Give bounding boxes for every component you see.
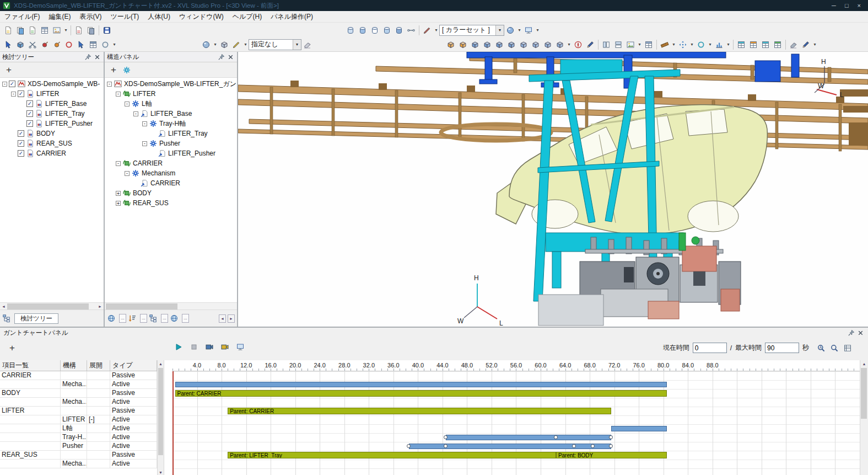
schematic-view-icon[interactable] <box>170 314 179 323</box>
gantt-bar[interactable]: Parent: CARRIER <box>228 408 611 414</box>
tree-item-xds-demosample_wb-lifter_-[interactable]: -XDS-DemoSample_WB-LIFTER_ガン <box>105 79 237 89</box>
view-iso-1-button[interactable] <box>517 39 530 51</box>
select-parts-button[interactable] <box>14 39 26 51</box>
tree-item-lifter[interactable]: -LIFTER <box>105 89 237 99</box>
current-time-line[interactable] <box>172 371 174 475</box>
collapse-icon[interactable]: - <box>11 92 16 97</box>
view-iso-4-button[interactable] <box>554 39 566 51</box>
section-cylinder-4-button[interactable] <box>381 24 393 36</box>
menu-view[interactable]: 表示(V) <box>75 11 106 23</box>
slash-tool-button[interactable] <box>788 39 800 51</box>
colorset-combo[interactable]: [ カラーセット ]▾ <box>439 25 504 36</box>
circle-tool-button[interactable] <box>695 39 707 51</box>
gantt-tool-button[interactable] <box>713 39 725 51</box>
material-sphere-button[interactable] <box>504 24 516 36</box>
move-menu-dropdown[interactable]: ▾ <box>689 39 695 51</box>
menu-edit[interactable]: 編集(E) <box>44 11 75 23</box>
zoom-reset-button[interactable] <box>830 344 839 353</box>
edit-menu-dropdown[interactable]: ▾ <box>812 39 818 51</box>
section-cylinder-5-button[interactable] <box>393 24 405 36</box>
pin-icon[interactable] <box>217 53 225 61</box>
fill-menu-dropdown[interactable]: ▾ <box>242 39 249 51</box>
checkbox[interactable]: ✓ <box>18 140 24 147</box>
view-iso-3-button[interactable] <box>542 39 554 51</box>
scroll-right-icon[interactable]: ► <box>96 303 104 310</box>
checkbox[interactable]: ✓ <box>26 110 33 117</box>
menu-panel[interactable]: パネル操作(P) <box>266 11 317 23</box>
gantt-bar[interactable]: Parent: BODY <box>556 452 667 458</box>
tree-item-carrier[interactable]: CARRIER <box>105 178 237 188</box>
select-arrow-button[interactable] <box>2 39 14 51</box>
add-structure-button[interactable]: + <box>108 65 119 76</box>
checkbox[interactable]: ✓ <box>26 120 33 127</box>
save-button[interactable] <box>101 24 113 36</box>
stop-button[interactable] <box>190 343 198 351</box>
column-header-1[interactable]: 機構 <box>61 360 87 371</box>
scroll-down-icon[interactable]: ▼ <box>158 469 164 475</box>
gantt-marker[interactable] <box>554 435 558 439</box>
shade-menu-dropdown[interactable]: ▾ <box>212 39 218 51</box>
menu-help[interactable]: ヘルプ(H) <box>228 11 267 23</box>
max-time-input[interactable] <box>765 343 799 353</box>
gantt-chart-scrollbar[interactable]: ▲ <box>860 360 868 475</box>
table-orange-button[interactable] <box>747 39 759 51</box>
paint-orange-button[interactable] <box>51 39 63 51</box>
grid-settings-button[interactable] <box>643 39 655 51</box>
sort-order-icon[interactable] <box>128 314 137 323</box>
tree-item-xds-demosample_wb-[interactable]: -✓XDS-DemoSample_WB- <box>0 79 104 89</box>
section-cylinder-1-button[interactable] <box>344 24 357 36</box>
tree-item-body[interactable]: ✓BODY <box>0 129 104 138</box>
view-iso-2-button[interactable] <box>530 39 542 51</box>
collapse-icon[interactable]: - <box>133 111 138 116</box>
menu-tools[interactable]: ツール(T) <box>106 11 143 23</box>
gantt-marker[interactable] <box>609 435 613 439</box>
schematic-view-more-button[interactable]: ... <box>182 314 189 323</box>
tree-layout-icon[interactable] <box>149 314 158 323</box>
view-menu-dropdown[interactable]: ▾ <box>566 39 572 51</box>
checkbox[interactable]: ✓ <box>26 100 33 107</box>
collapse-icon[interactable]: - <box>116 161 121 166</box>
snapshot-menu-dropdown[interactable]: ▾ <box>63 24 69 36</box>
scroll-thumb[interactable] <box>106 303 177 309</box>
tree-item-body[interactable]: +BODY <box>105 188 237 198</box>
rect-select-button[interactable] <box>87 39 99 51</box>
gantt-bar[interactable] <box>611 426 667 431</box>
row-options-button[interactable] <box>843 344 852 353</box>
paint-menu-dropdown[interactable]: ▾ <box>433 24 439 36</box>
fill-bucket-button[interactable] <box>230 39 242 51</box>
tree-item-carrier[interactable]: ✓CARRIER <box>0 148 104 158</box>
expand-icon[interactable]: + <box>116 191 121 196</box>
checkbox[interactable]: ✓ <box>9 81 15 87</box>
tree-item-carrier[interactable]: -CARRIER <box>105 158 237 168</box>
display-monitor-button[interactable] <box>522 24 535 36</box>
view-bottom-button[interactable] <box>505 39 517 51</box>
tree-item-tray-h-[interactable]: -Tray-H軸 <box>105 119 237 129</box>
maximize-button[interactable]: □ <box>845 2 849 9</box>
collapse-icon[interactable]: - <box>116 92 121 97</box>
tree-item-lifter_base[interactable]: -LIFTER_Base <box>105 109 237 119</box>
table-green-button[interactable] <box>772 39 784 51</box>
close-button[interactable]: × <box>858 2 861 9</box>
tree-item-lifter_pusher[interactable]: LIFTER_Pusher <box>105 148 237 158</box>
menu-file[interactable]: ファイル(F) <box>0 11 44 23</box>
pin-icon[interactable] <box>84 53 92 61</box>
tree-item-lifter_tray[interactable]: ✓LIFTER_Tray <box>0 109 104 119</box>
tree-item-rear_sus[interactable]: +REAR_SUS <box>105 198 237 208</box>
scroll-thumb[interactable] <box>7 303 89 309</box>
structure-settings-gear-icon[interactable] <box>122 66 131 74</box>
gantt-bar[interactable]: Parent: CARRIER <box>175 390 667 397</box>
gantt-chart[interactable]: 4.08.012.016.020.024.028.032.036.040.044… <box>172 360 860 475</box>
gantt-bar[interactable]: Parent: LIFTER_Tray <box>228 452 556 458</box>
checkbox[interactable]: ✓ <box>18 130 24 137</box>
gantt-bar[interactable] <box>409 444 611 449</box>
tree-item-rear_sus[interactable]: ✓REAR_SUS <box>0 138 104 148</box>
scroll-thumb[interactable] <box>158 368 163 455</box>
snapshot-page-button[interactable] <box>2 24 14 36</box>
save-animation-button[interactable] <box>220 343 229 351</box>
gantt-marker[interactable] <box>444 444 448 448</box>
view-front-button[interactable] <box>445 39 457 51</box>
close-icon[interactable] <box>227 53 235 61</box>
paint-red-button[interactable] <box>39 39 51 51</box>
view-rotate-button[interactable] <box>572 39 584 51</box>
column-header-3[interactable]: タイプ <box>110 360 157 371</box>
